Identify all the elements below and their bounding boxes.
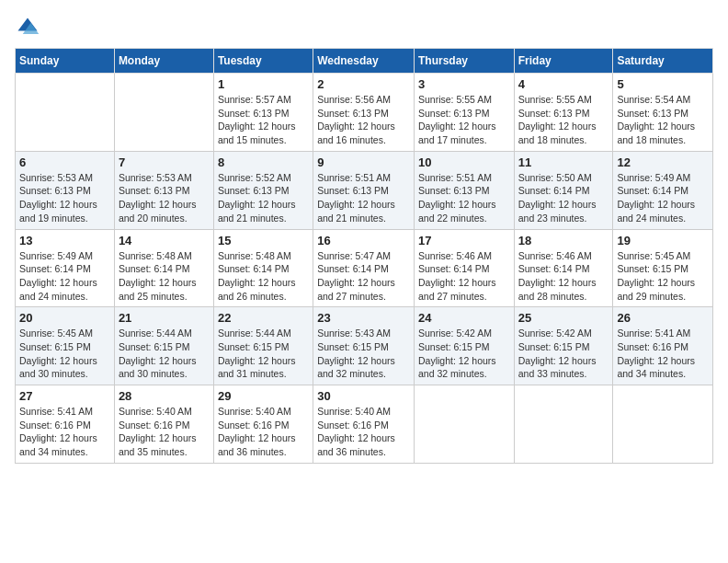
calendar-cell: 12Sunrise: 5:49 AMSunset: 6:14 PMDayligh… xyxy=(613,151,713,229)
day-number: 3 xyxy=(418,77,510,91)
day-number: 9 xyxy=(317,155,410,169)
calendar-cell: 11Sunrise: 5:50 AMSunset: 6:14 PMDayligh… xyxy=(514,151,613,229)
day-info: Sunrise: 5:48 AMSunset: 6:14 PMDaylight:… xyxy=(218,249,309,304)
day-number: 7 xyxy=(119,155,210,169)
calendar-cell: 20Sunrise: 5:45 AMSunset: 6:15 PMDayligh… xyxy=(16,307,115,385)
calendar-cell xyxy=(514,385,613,464)
day-of-week-header: Sunday xyxy=(16,49,115,74)
day-number: 19 xyxy=(617,234,709,247)
day-info: Sunrise: 5:40 AMSunset: 6:16 PMDaylight:… xyxy=(119,405,210,459)
day-number: 22 xyxy=(218,311,309,325)
page-header xyxy=(15,15,713,40)
calendar-week-row: 1Sunrise: 5:57 AMSunset: 6:13 PMDaylight… xyxy=(16,74,713,152)
day-info: Sunrise: 5:47 AMSunset: 6:14 PMDaylight:… xyxy=(317,249,410,304)
calendar-cell: 18Sunrise: 5:46 AMSunset: 6:14 PMDayligh… xyxy=(514,229,613,307)
calendar-cell: 30Sunrise: 5:40 AMSunset: 6:16 PMDayligh… xyxy=(313,385,415,464)
calendar-header-row: SundayMondayTuesdayWednesdayThursdayFrid… xyxy=(16,49,713,74)
day-of-week-header: Saturday xyxy=(613,49,713,74)
day-number: 23 xyxy=(317,311,410,325)
calendar-cell: 23Sunrise: 5:43 AMSunset: 6:15 PMDayligh… xyxy=(313,307,415,385)
day-number: 28 xyxy=(119,389,210,403)
calendar-cell: 22Sunrise: 5:44 AMSunset: 6:15 PMDayligh… xyxy=(213,307,313,385)
day-info: Sunrise: 5:56 AMSunset: 6:13 PMDaylight:… xyxy=(317,93,410,147)
calendar-cell: 1Sunrise: 5:57 AMSunset: 6:13 PMDaylight… xyxy=(213,74,313,152)
day-number: 5 xyxy=(617,77,709,91)
day-info: Sunrise: 5:44 AMSunset: 6:15 PMDaylight:… xyxy=(119,327,210,381)
day-number: 11 xyxy=(518,155,609,169)
calendar-cell: 28Sunrise: 5:40 AMSunset: 6:16 PMDayligh… xyxy=(114,385,213,464)
day-info: Sunrise: 5:51 AMSunset: 6:13 PMDaylight:… xyxy=(317,171,410,225)
calendar-cell: 15Sunrise: 5:48 AMSunset: 6:14 PMDayligh… xyxy=(213,229,313,307)
calendar-cell: 19Sunrise: 5:45 AMSunset: 6:15 PMDayligh… xyxy=(613,229,713,307)
day-of-week-header: Tuesday xyxy=(213,49,313,74)
day-number: 15 xyxy=(218,234,309,247)
calendar-cell: 10Sunrise: 5:51 AMSunset: 6:13 PMDayligh… xyxy=(414,151,514,229)
calendar-cell: 5Sunrise: 5:54 AMSunset: 6:13 PMDaylight… xyxy=(613,74,713,152)
calendar-cell: 8Sunrise: 5:52 AMSunset: 6:13 PMDaylight… xyxy=(213,151,313,229)
day-number: 21 xyxy=(119,311,210,325)
calendar-cell xyxy=(114,74,213,152)
calendar-cell: 13Sunrise: 5:49 AMSunset: 6:14 PMDayligh… xyxy=(16,229,115,307)
calendar-table: SundayMondayTuesdayWednesdayThursdayFrid… xyxy=(15,48,713,464)
logo xyxy=(15,15,44,40)
day-info: Sunrise: 5:43 AMSunset: 6:15 PMDaylight:… xyxy=(317,327,410,381)
day-info: Sunrise: 5:52 AMSunset: 6:13 PMDaylight:… xyxy=(218,171,309,225)
day-info: Sunrise: 5:57 AMSunset: 6:13 PMDaylight:… xyxy=(218,93,309,147)
day-info: Sunrise: 5:41 AMSunset: 6:16 PMDaylight:… xyxy=(617,327,709,381)
day-info: Sunrise: 5:46 AMSunset: 6:14 PMDaylight:… xyxy=(518,249,609,304)
calendar-cell: 17Sunrise: 5:46 AMSunset: 6:14 PMDayligh… xyxy=(414,229,514,307)
day-number: 10 xyxy=(418,155,510,169)
day-number: 17 xyxy=(418,234,510,247)
day-number: 14 xyxy=(119,234,210,247)
day-info: Sunrise: 5:42 AMSunset: 6:15 PMDaylight:… xyxy=(518,327,609,381)
day-number: 26 xyxy=(617,311,709,325)
day-number: 2 xyxy=(317,77,410,91)
day-info: Sunrise: 5:44 AMSunset: 6:15 PMDaylight:… xyxy=(218,327,309,381)
day-number: 13 xyxy=(19,234,110,247)
calendar-cell: 3Sunrise: 5:55 AMSunset: 6:13 PMDaylight… xyxy=(414,74,514,152)
calendar-cell: 29Sunrise: 5:40 AMSunset: 6:16 PMDayligh… xyxy=(213,385,313,464)
calendar-cell: 14Sunrise: 5:48 AMSunset: 6:14 PMDayligh… xyxy=(114,229,213,307)
day-info: Sunrise: 5:40 AMSunset: 6:16 PMDaylight:… xyxy=(317,405,410,459)
day-number: 24 xyxy=(418,311,510,325)
day-info: Sunrise: 5:51 AMSunset: 6:13 PMDaylight:… xyxy=(418,171,510,225)
day-info: Sunrise: 5:46 AMSunset: 6:14 PMDaylight:… xyxy=(418,249,510,304)
day-info: Sunrise: 5:53 AMSunset: 6:13 PMDaylight:… xyxy=(119,171,210,225)
calendar-week-row: 20Sunrise: 5:45 AMSunset: 6:15 PMDayligh… xyxy=(16,307,713,385)
day-of-week-header: Thursday xyxy=(414,49,514,74)
day-info: Sunrise: 5:42 AMSunset: 6:15 PMDaylight:… xyxy=(418,327,510,381)
day-of-week-header: Wednesday xyxy=(313,49,415,74)
day-info: Sunrise: 5:49 AMSunset: 6:14 PMDaylight:… xyxy=(617,171,709,225)
day-number: 18 xyxy=(518,234,609,247)
calendar-week-row: 6Sunrise: 5:53 AMSunset: 6:13 PMDaylight… xyxy=(16,151,713,229)
day-info: Sunrise: 5:41 AMSunset: 6:16 PMDaylight:… xyxy=(19,405,110,459)
day-number: 16 xyxy=(317,234,410,247)
day-number: 8 xyxy=(218,155,309,169)
calendar-cell: 26Sunrise: 5:41 AMSunset: 6:16 PMDayligh… xyxy=(613,307,713,385)
day-number: 30 xyxy=(317,389,410,403)
day-info: Sunrise: 5:45 AMSunset: 6:15 PMDaylight:… xyxy=(19,327,110,381)
calendar-week-row: 27Sunrise: 5:41 AMSunset: 6:16 PMDayligh… xyxy=(16,385,713,464)
day-number: 25 xyxy=(518,311,609,325)
day-info: Sunrise: 5:54 AMSunset: 6:13 PMDaylight:… xyxy=(617,93,709,147)
day-number: 6 xyxy=(19,155,110,169)
day-number: 29 xyxy=(218,389,309,403)
calendar-cell: 4Sunrise: 5:55 AMSunset: 6:13 PMDaylight… xyxy=(514,74,613,152)
calendar-cell: 2Sunrise: 5:56 AMSunset: 6:13 PMDaylight… xyxy=(313,74,415,152)
day-number: 20 xyxy=(19,311,110,325)
day-number: 1 xyxy=(218,77,309,91)
day-info: Sunrise: 5:49 AMSunset: 6:14 PMDaylight:… xyxy=(19,249,110,304)
logo-icon xyxy=(15,15,40,40)
calendar-cell: 25Sunrise: 5:42 AMSunset: 6:15 PMDayligh… xyxy=(514,307,613,385)
calendar-cell: 24Sunrise: 5:42 AMSunset: 6:15 PMDayligh… xyxy=(414,307,514,385)
calendar-week-row: 13Sunrise: 5:49 AMSunset: 6:14 PMDayligh… xyxy=(16,229,713,307)
day-number: 12 xyxy=(617,155,709,169)
calendar-cell: 27Sunrise: 5:41 AMSunset: 6:16 PMDayligh… xyxy=(16,385,115,464)
calendar-cell: 16Sunrise: 5:47 AMSunset: 6:14 PMDayligh… xyxy=(313,229,415,307)
day-info: Sunrise: 5:55 AMSunset: 6:13 PMDaylight:… xyxy=(518,93,609,147)
calendar-cell: 6Sunrise: 5:53 AMSunset: 6:13 PMDaylight… xyxy=(16,151,115,229)
calendar-cell: 9Sunrise: 5:51 AMSunset: 6:13 PMDaylight… xyxy=(313,151,415,229)
calendar-cell: 7Sunrise: 5:53 AMSunset: 6:13 PMDaylight… xyxy=(114,151,213,229)
day-of-week-header: Monday xyxy=(114,49,213,74)
calendar-cell xyxy=(414,385,514,464)
